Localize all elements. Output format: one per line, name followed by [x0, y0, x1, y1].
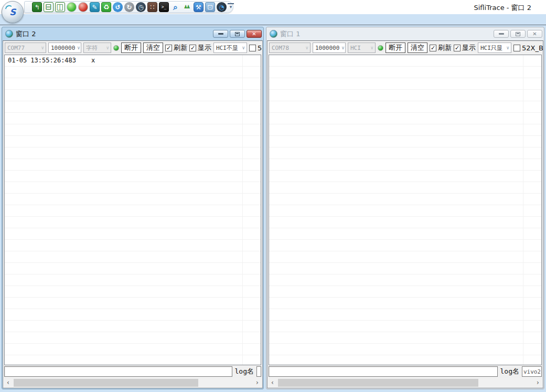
com-port-value: COM78	[272, 45, 289, 51]
child-window-title: 窗口 2	[16, 29, 36, 39]
split-horizontal-icon[interactable]: ⊟	[44, 2, 53, 12]
mode-value: 字符	[86, 44, 98, 52]
trace-toolbar: COM77 ∨ 1000000 ∨ 字符 ∨ 断开 清空 ✓	[3, 41, 262, 55]
close-icon: ✕	[532, 31, 537, 37]
hci-filter-select[interactable]: HCI只显 ∨	[478, 43, 511, 53]
child-window-title: 窗口 1	[280, 29, 300, 39]
chevron-down-icon: ∨	[240, 45, 245, 50]
checkbox-box: ✓	[430, 45, 436, 51]
send-row: log名	[3, 365, 262, 378]
quick-access-toolbar: ↰ ⊟ ◫ ✎ ♻ ↺ ↻ ◷ ∷ >_ ⌕ ♟♟ ⚒ ⊡ ◔	[24, 1, 233, 13]
undo-icon[interactable]: ↺	[113, 2, 123, 12]
chevron-down-icon: ∨	[75, 45, 80, 50]
app-menu-button[interactable]: S	[2, 1, 24, 23]
mode-value: HCI	[350, 45, 361, 51]
minimize-button[interactable]	[494, 30, 509, 38]
hci-filter-select[interactable]: HCI不显 ∨	[213, 43, 247, 53]
checkbox-box	[513, 45, 520, 51]
scrollbar-thumb[interactable]	[14, 379, 198, 387]
disconnect-button[interactable]: 断开	[386, 43, 405, 53]
minimize-button[interactable]	[213, 30, 228, 38]
chevron-down-icon: ∨	[304, 45, 308, 50]
com-port-select[interactable]: COM77 ∨	[5, 43, 46, 53]
minimize-icon	[499, 33, 504, 35]
sifli-logo-icon: S	[9, 7, 16, 17]
globe-icon	[270, 30, 277, 38]
child-titlebar[interactable]: 窗口 1 ✕	[266, 27, 544, 40]
redo-icon[interactable]: ↻	[124, 2, 134, 12]
disconnect-button[interactable]: 断开	[121, 43, 141, 53]
close-button[interactable]: ✕	[247, 30, 262, 38]
users-icon[interactable]: ♟♟	[182, 2, 192, 12]
checkbox-box	[249, 45, 256, 51]
boot-label: 52X_BOO	[522, 44, 543, 52]
connection-led-icon	[378, 45, 383, 51]
mode-select[interactable]: 字符 ∨	[83, 43, 111, 53]
boot-checkbox[interactable]: 52X	[249, 44, 262, 52]
scroll-left-icon[interactable]: ‹	[268, 378, 277, 387]
checkbox-box: ✓	[189, 45, 196, 51]
scroll-left-icon[interactable]: ‹	[4, 378, 13, 387]
message-input[interactable]	[269, 366, 498, 377]
com-port-select[interactable]: COM78 ∨	[269, 43, 311, 53]
com-port-value: COM77	[7, 45, 25, 51]
logname-input[interactable]	[522, 366, 542, 377]
log-row: 01-05 13:55:26:483 x	[8, 57, 95, 64]
baud-rate-value: 1000000	[315, 45, 339, 51]
baud-rate-select[interactable]: 1000000 ∨	[313, 43, 346, 53]
tools-icon[interactable]: ⚒	[194, 2, 204, 12]
clear-button[interactable]: 清空	[408, 43, 427, 53]
chevron-down-icon: ∨	[39, 45, 44, 50]
child-window-1: 窗口 1 ✕ COM78 ∨ 1000000 ∨	[266, 27, 544, 389]
log-list[interactable]	[269, 55, 542, 365]
message-input[interactable]	[4, 366, 232, 377]
scroll-right-icon[interactable]: ›	[253, 378, 262, 387]
child-client-area: COM77 ∨ 1000000 ∨ 字符 ∨ 断开 清空 ✓	[3, 40, 263, 388]
log-list[interactable]: 01-05 13:55:26:483 x	[4, 55, 261, 365]
close-button[interactable]: ✕	[527, 30, 542, 38]
split-vertical-icon[interactable]: ◫	[55, 2, 65, 12]
recycle-icon[interactable]: ♻	[101, 2, 111, 12]
settings-icon[interactable]: ◔	[217, 2, 227, 12]
horizontal-scrollbar[interactable]: ‹ ›	[268, 378, 542, 387]
mode-select[interactable]: HCI ∨	[348, 43, 376, 53]
scroll-right-icon[interactable]: ›	[533, 378, 542, 387]
refresh-label: 刷新	[438, 43, 452, 52]
scrollbar-thumb[interactable]	[278, 379, 478, 387]
toolbar-overflow-button[interactable]: ▾	[228, 3, 234, 9]
terminal-icon[interactable]: >_	[159, 2, 169, 12]
horizontal-scrollbar[interactable]: ‹ ›	[4, 378, 262, 387]
refresh-checkbox[interactable]: ✓ 刷新	[165, 43, 187, 52]
device-icon[interactable]: ⊡	[205, 2, 215, 12]
history-icon[interactable]: ◷	[136, 2, 146, 12]
connection-led-icon	[113, 45, 119, 51]
clear-button[interactable]: 清空	[143, 43, 163, 53]
restore-icon	[516, 32, 520, 36]
checkbox-box: ✓	[165, 45, 172, 51]
boot-checkbox[interactable]: 52X_BOO	[513, 44, 543, 52]
minimize-icon	[218, 33, 223, 35]
child-client-area: COM78 ∨ 1000000 ∨ HCI ∨ 断开 清空 ✓	[267, 40, 543, 388]
new-window-icon[interactable]: ↰	[32, 2, 42, 12]
start-icon[interactable]	[67, 2, 77, 12]
restore-button[interactable]	[510, 30, 526, 38]
edit-icon[interactable]: ✎	[90, 2, 100, 12]
matrix-icon[interactable]: ∷	[147, 2, 157, 12]
restore-icon	[235, 32, 240, 36]
search-icon[interactable]: ⌕	[170, 2, 180, 12]
display-label: 显示	[462, 43, 476, 52]
baud-rate-select[interactable]: 1000000 ∨	[48, 43, 81, 53]
display-checkbox[interactable]: ✓ 显示	[454, 43, 476, 52]
refresh-checkbox[interactable]: ✓ 刷新	[430, 43, 452, 52]
stop-icon[interactable]	[78, 2, 88, 12]
child-titlebar[interactable]: 窗口 2 ✕	[2, 27, 263, 40]
checkbox-box: ✓	[454, 45, 461, 51]
display-checkbox[interactable]: ✓ 显示	[189, 43, 211, 52]
app-window: SifliTrace - 窗口 2 S ↰ ⊟ ◫ ✎ ♻ ↺ ↻ ◷ ∷ >_…	[0, 0, 546, 392]
restore-button[interactable]	[230, 30, 245, 38]
close-icon: ✕	[252, 31, 256, 37]
chevron-down-icon: ∨	[505, 45, 509, 50]
baud-rate-value: 1000000	[51, 45, 75, 51]
send-row: log名	[267, 365, 543, 378]
logname-input[interactable]	[256, 366, 261, 377]
